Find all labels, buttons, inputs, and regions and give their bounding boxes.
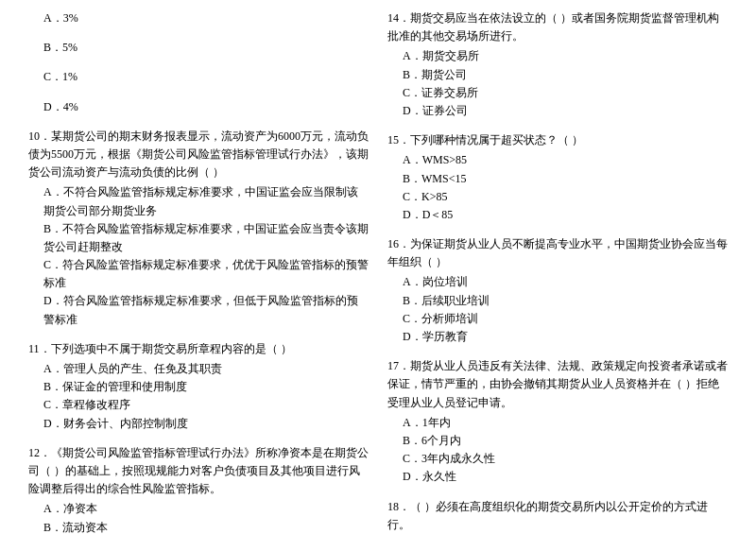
q14-option-a: A．期货交易所 bbox=[387, 47, 728, 65]
option-text: C．1% bbox=[28, 68, 369, 86]
q14-option-c: C．证券交易所 bbox=[387, 84, 728, 102]
q11-option-c: C．章程修改程序 bbox=[28, 396, 369, 414]
q17-option-d: D．永久性 bbox=[387, 468, 728, 486]
q11-option-a: A．管理人员的产生、任免及其职责 bbox=[28, 360, 369, 378]
question-16-title: 16．为保证期货从业人员不断提高专业水平，中国期货业协会应当每年组织（ ） bbox=[387, 235, 728, 271]
option-text: A．3% bbox=[28, 9, 369, 27]
q17-option-a: A．1年内 bbox=[387, 414, 728, 432]
question-10-title: 10．某期货公司的期末财务报表显示，流动资产为6000万元，流动负债为5500万… bbox=[28, 128, 369, 182]
option-a3: A．3% bbox=[28, 9, 369, 27]
q17-option-c: C．3年内成永久性 bbox=[387, 450, 728, 468]
right-column: 14．期货交易应当在依法设立的（ ）或者国务院期货监督管理机构批准的其他交易场所… bbox=[387, 9, 728, 534]
q14-option-d: D．证券公司 bbox=[387, 102, 728, 120]
q16-option-d: D．学历教育 bbox=[387, 328, 728, 346]
q10-option-a: A．不符合风险监管指标规定标准要求，中国证监会应当限制该期货公司部分期货业务 bbox=[28, 183, 369, 219]
q17-option-b: B．6个月内 bbox=[387, 432, 728, 450]
q14-option-b: B．期货公司 bbox=[387, 66, 728, 84]
question-11: 11．下列选项中不属于期货交易所章程内容的是（ ） A．管理人员的产生、任免及其… bbox=[28, 340, 369, 433]
question-18: 18．（ ）必须在高度组织化的期货交易所内以公开定价的方式进行。 A．期货交易 … bbox=[387, 498, 728, 535]
q16-option-c: C．分析师培训 bbox=[387, 310, 728, 328]
option-text: D．4% bbox=[28, 98, 369, 116]
q12-option-a: A．净资本 bbox=[28, 500, 369, 518]
option-text: B．5% bbox=[28, 39, 369, 57]
question-18-title: 18．（ ）必须在高度组织化的期货交易所内以公开定价的方式进行。 bbox=[387, 498, 728, 534]
q15-option-c: C．K>85 bbox=[387, 188, 728, 206]
page-content: A．3% B．5% C．1% D．4% 10．某期货公司的期末财务报表显示，流动… bbox=[28, 9, 728, 534]
q11-option-d: D．财务会计、内部控制制度 bbox=[28, 415, 369, 433]
q16-option-a: A．岗位培训 bbox=[387, 273, 728, 291]
question-17: 17．期货从业人员违反有关法律、法规、政策规定向投资者承诺或者保证，情节严重的，… bbox=[387, 357, 728, 486]
question-11-title: 11．下列选项中不属于期货交易所章程内容的是（ ） bbox=[28, 340, 369, 358]
question-10: 10．某期货公司的期末财务报表显示，流动资产为6000万元，流动负债为5500万… bbox=[28, 128, 369, 329]
question-17-title: 17．期货从业人员违反有关法律、法规、政策规定向投资者承诺或者保证，情节严重的，… bbox=[387, 357, 728, 412]
question-15-title: 15．下列哪种情况属于超买状态？（ ） bbox=[387, 131, 728, 149]
q10-option-d: D．符合风险监管指标规定标准要求，但低于风险监管指标的预警标准 bbox=[28, 292, 369, 328]
option-d4: D．4% bbox=[28, 98, 369, 116]
option-b5: B．5% bbox=[28, 39, 369, 57]
q11-option-b: B．保证金的管理和使用制度 bbox=[28, 378, 369, 396]
q15-option-d: D．D＜85 bbox=[387, 206, 728, 224]
question-12: 12．《期货公司风险监管指标管理试行办法》所称净资本是在期货公司（ ）的基础上，… bbox=[28, 444, 369, 534]
q15-option-a: A．WMS>85 bbox=[387, 151, 728, 169]
question-16: 16．为保证期货从业人员不断提高专业水平，中国期货业协会应当每年组织（ ） A．… bbox=[387, 235, 728, 346]
question-14-title: 14．期货交易应当在依法设立的（ ）或者国务院期货监督管理机构批准的其他交易场所… bbox=[387, 9, 728, 45]
question-15: 15．下列哪种情况属于超买状态？（ ） A．WMS>85 B．WMS<15 C．… bbox=[387, 131, 728, 224]
q15-option-b: B．WMS<15 bbox=[387, 170, 728, 188]
option-c1: C．1% bbox=[28, 68, 369, 86]
q12-option-b: B．流动资本 bbox=[28, 519, 369, 535]
left-column: A．3% B．5% C．1% D．4% 10．某期货公司的期末财务报表显示，流动… bbox=[28, 9, 369, 534]
question-14: 14．期货交易应当在依法设立的（ ）或者国务院期货监督管理机构批准的其他交易场所… bbox=[387, 9, 728, 120]
q10-option-c: C．符合风险监管指标规定标准要求，优优于风险监管指标的预警标准 bbox=[28, 256, 369, 292]
q16-option-b: B．后续职业培训 bbox=[387, 292, 728, 310]
q10-option-b: B．不符合风险监管指标规定标准要求，中国证监会应当责令该期货公司赶期整改 bbox=[28, 220, 369, 256]
question-12-title: 12．《期货公司风险监管指标管理试行办法》所称净资本是在期货公司（ ）的基础上，… bbox=[28, 444, 369, 499]
